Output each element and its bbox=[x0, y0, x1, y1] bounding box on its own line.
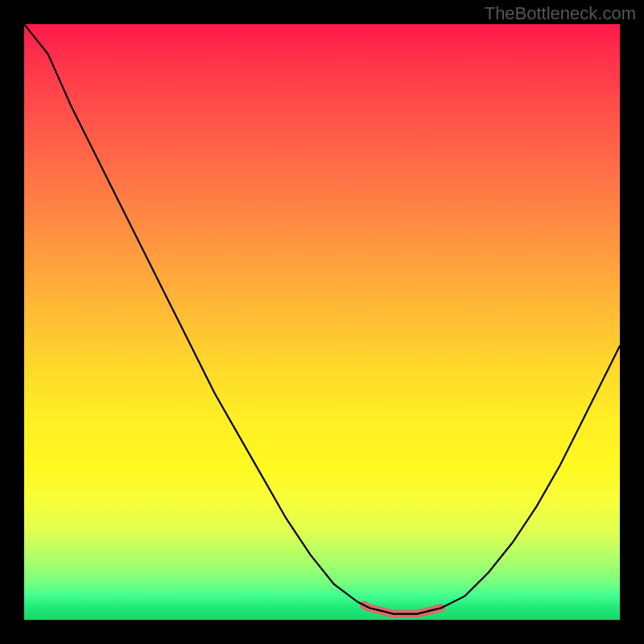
chart-svg bbox=[24, 24, 620, 620]
bottleneck-curve bbox=[24, 24, 620, 614]
watermark-text: TheBottleneck.com bbox=[485, 3, 636, 24]
plot-area bbox=[24, 24, 620, 620]
